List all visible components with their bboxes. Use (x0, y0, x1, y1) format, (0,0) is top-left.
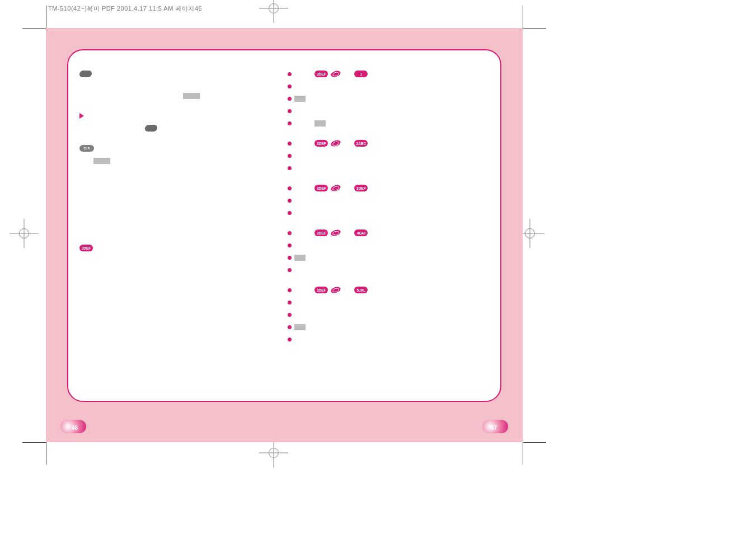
text: 3. Press (308, 325, 325, 330)
crop-tick (46, 6, 46, 28)
nav-oval-icon (330, 69, 341, 78)
recordmode-step1: 1. Press 3DEF and 5JKL (288, 285, 489, 295)
note-line: 3DEF NOTE: You can record up to 4 minute… (79, 243, 287, 253)
bullet-icon (288, 186, 292, 190)
page-number-right: 47 (491, 425, 497, 431)
crop-tick (22, 28, 46, 29)
text: 3. Press (294, 109, 311, 114)
text: and then (294, 121, 312, 126)
nav-oval-icon (330, 228, 341, 237)
bullet-icon (288, 121, 292, 125)
crop-tick (523, 442, 523, 465)
text: for Voice Memo. (113, 158, 145, 163)
text: 1. Press (294, 71, 312, 77)
right-title: CH.4 (288, 60, 489, 67)
text: to stop. (313, 109, 328, 114)
text: 2. "Voice Memo" is displayed and stored … (308, 96, 440, 101)
bullet-icon (288, 97, 292, 101)
text: Voice Memo records and plays back messag… (79, 93, 180, 99)
step-press-menu: Press to reach the Main Menu. (79, 123, 287, 133)
text: to review the recorded Voice Memo. (294, 84, 366, 89)
bullet-icon (288, 211, 292, 215)
clr-line: CLR Record (79, 143, 287, 153)
left-subtitle: HOW TO USE VOICE MEMO (79, 82, 287, 88)
grey-inline-icon (183, 93, 200, 99)
grey-inline-icon (294, 96, 306, 102)
bullet-icon (288, 199, 292, 203)
section-record-mode: 1. Press 3DEF and 5JKL to set the record… (288, 285, 489, 344)
key-3-icon: 3DEF (314, 287, 328, 293)
text: 1. Press (294, 185, 312, 191)
bullet-icon (288, 338, 292, 341)
text: to set the record mode. (294, 300, 340, 305)
text: to record a Voice Memo. (294, 153, 343, 158)
text: Record (97, 146, 112, 151)
key-1-icon: 1 (354, 71, 368, 77)
section-review: 1. Press 3DEF and 1 to review the record… (288, 69, 489, 128)
section-record: 1. Press 3DEF and 2ABC to record a Voice… (288, 138, 489, 173)
text: Play (87, 113, 96, 119)
bullet-icon (288, 154, 292, 158)
bullet-icon (288, 109, 292, 113)
content-card: MENU FEATURE Voice Memo HOW TO USE VOICE… (67, 49, 501, 402)
grey-inline-icon (294, 255, 306, 261)
page-background: MENU FEATURE Voice Memo HOW TO USE VOICE… (46, 28, 523, 442)
text: 1. Press (294, 287, 312, 293)
text: and then (294, 337, 312, 342)
registration-mark-bottom (269, 448, 279, 458)
page-number-left: 46 (72, 425, 78, 431)
text: and (344, 287, 351, 293)
nav-oval-icon (330, 139, 341, 147)
play-step: Play (79, 111, 287, 121)
menu-icon (79, 71, 92, 77)
text: and (344, 230, 351, 236)
text: Voice Memo (95, 71, 121, 77)
text: 1. Press (294, 230, 312, 236)
bullet-icon (288, 142, 292, 146)
left-column: MENU FEATURE Voice Memo HOW TO USE VOICE… (79, 57, 287, 394)
bullet-icon (288, 85, 292, 88)
key-3-icon: 3DEF (314, 140, 328, 147)
nav-oval-icon (330, 184, 341, 192)
key-3-icon: 3DEF (79, 245, 93, 251)
record-step1: 1. Press 3DEF and 2ABC (288, 138, 489, 148)
nav-oval-icon (330, 285, 341, 294)
line-desc: Voice Memo records and plays back messag… (79, 91, 287, 101)
step-press-3: Press for Voice Memo. (79, 156, 287, 166)
text: and then (294, 210, 312, 216)
document-slug: TM-510(42~)북미 PDF 2001.4.17 11:5 AM 페이지4… (48, 4, 202, 13)
crop-tick (523, 6, 523, 28)
bullet-icon (288, 72, 292, 76)
bullet-icon (288, 268, 292, 272)
text: Press (79, 126, 91, 131)
bullet-icon (288, 256, 292, 260)
key-5-icon: 5JKL (354, 287, 368, 293)
play-triangle-icon (79, 113, 84, 119)
crop-tick (523, 442, 546, 443)
bullet-icon (288, 243, 292, 247)
bullet-icon (288, 301, 292, 305)
text: to confirm. (327, 255, 348, 260)
key-3-icon: 3DEF (314, 71, 328, 77)
text: Press (79, 158, 91, 163)
text: 2. Select Auto or Manual. (294, 312, 344, 317)
grey-inline-icon (294, 324, 306, 330)
text: 1. Press (294, 140, 312, 146)
text: to reach the Main Menu. (93, 126, 142, 131)
text: to delete one Voice Memo. (294, 198, 348, 203)
text: NOTE: You can record up to 4 minutes tot… (96, 245, 189, 251)
grey-inline-icon (314, 120, 326, 127)
left-title: MENU FEATURE (79, 60, 287, 67)
text: and (344, 185, 351, 191)
key-3-icon: 3DEF (314, 185, 328, 191)
key-4-icon: 4GHI (354, 229, 368, 236)
registration-mark-top (269, 3, 279, 13)
crop-tick (523, 28, 546, 29)
bullet-icon (288, 325, 292, 329)
crop-tick (46, 442, 46, 465)
menu-button-icon (144, 125, 158, 132)
text: 2. Press (308, 255, 325, 260)
text: and then (294, 268, 312, 273)
text: to delete all Voice Memos. (294, 243, 346, 248)
clr-button-icon: CLR (79, 145, 94, 152)
